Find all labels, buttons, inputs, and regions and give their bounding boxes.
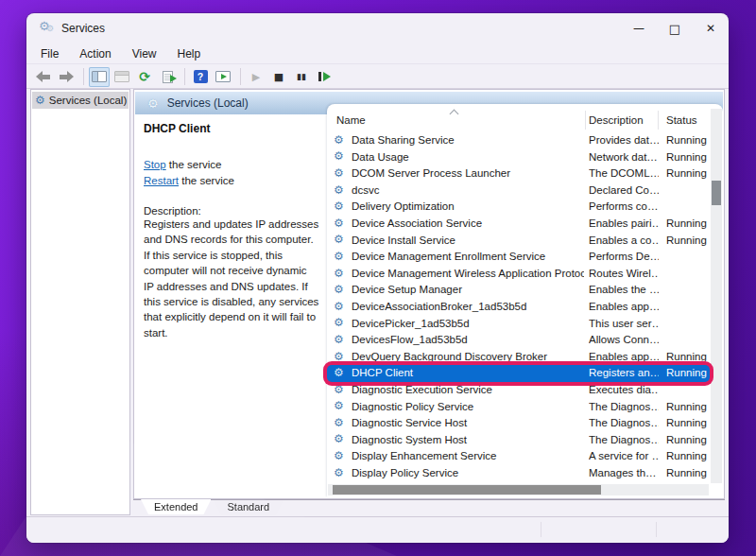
export-list-icon[interactable] [157, 67, 178, 87]
service-status-cell: Running [666, 151, 715, 163]
service-description-cell: Routes Wirel… [589, 268, 659, 279]
toolbar-separator [83, 68, 84, 85]
column-divider [585, 111, 586, 130]
close-button[interactable]: ✕ [693, 13, 729, 43]
service-name-cell: DCOM Server Process Launcher [352, 167, 584, 179]
service-status-cell: Running [666, 217, 715, 229]
service-row[interactable]: ⚙DHCP ClientRegisters an…Running [327, 365, 710, 382]
service-row[interactable]: ⚙Diagnostic System HostThe Diagnos…Runni… [327, 432, 710, 449]
status-bar-divider [656, 522, 657, 537]
column-header-description[interactable]: Description [589, 114, 644, 126]
pause-service-icon[interactable]: ▮▮ [291, 67, 312, 87]
service-gear-icon: ⚙ [334, 151, 344, 163]
service-row[interactable]: ⚙Device Management Wireless Application … [327, 266, 710, 283]
service-row[interactable]: ⚙Data UsageNetwork dat…Running [327, 149, 710, 166]
service-gear-icon: ⚙ [334, 368, 344, 379]
forward-icon[interactable] [56, 67, 77, 87]
service-gear-icon: ⚙ [334, 384, 344, 395]
service-gear-icon: ⚙ [35, 95, 45, 106]
tab-standard[interactable]: Standard [214, 500, 283, 515]
service-gear-icon: ⚙ [334, 235, 344, 246]
service-name-cell: Device Management Enrollment Service [352, 251, 584, 262]
restart-service-link[interactable]: Restart [144, 175, 179, 186]
properties-icon[interactable] [112, 67, 132, 87]
back-icon[interactable] [33, 67, 54, 87]
service-row[interactable]: ⚙DCOM Server Process LauncherThe DCOML…R… [327, 165, 710, 182]
tree-item-services-local[interactable]: ⚙ Services (Local) [32, 92, 129, 109]
menu-action[interactable]: Action [71, 45, 119, 62]
help-icon[interactable]: ? [190, 67, 211, 87]
service-status-cell: Running [666, 167, 715, 179]
title-bar[interactable]: ⚙⚙ Services — □ ✕ [26, 13, 729, 43]
stop-service-icon[interactable]: ■ [268, 67, 289, 87]
service-row[interactable]: ⚙Device Management Enrollment ServicePer… [327, 249, 710, 266]
service-detail-pane: DHCP Client Stop the service Restart the… [135, 115, 324, 497]
start-service-icon[interactable]: ▶ [246, 67, 266, 87]
sort-ascending-icon [450, 110, 459, 119]
stop-service-link[interactable]: Stop [144, 159, 166, 170]
service-name-cell: Display Policy Service [352, 467, 584, 478]
service-name-cell: DevQuery Background Discovery Broker [352, 351, 584, 362]
service-name-cell: DHCP Client [352, 367, 584, 378]
tree-item-label: Services (Local) [49, 95, 127, 106]
service-name-cell: Data Usage [352, 151, 584, 163]
column-header-name[interactable]: Name [336, 114, 366, 126]
menu-file[interactable]: File [32, 45, 67, 62]
service-row[interactable]: ⚙Display Enhancement ServiceA service fo… [327, 448, 710, 465]
minimize-button[interactable]: — [621, 13, 657, 43]
show-action-pane-icon[interactable] [213, 67, 233, 87]
service-row[interactable]: ⚙dcsvcDeclared Co… [327, 182, 710, 200]
service-row[interactable]: ⚙Device Install ServiceEnables a co…Runn… [327, 233, 710, 250]
description-label: Description: [144, 205, 317, 217]
service-row[interactable]: ⚙Device Association ServiceEnables pairi… [327, 216, 710, 233]
service-gear-icon: ⚙ [334, 318, 344, 329]
service-status-cell: Running [666, 417, 715, 428]
tab-extended[interactable]: Extended [141, 499, 211, 514]
stop-suffix: the service [166, 159, 222, 170]
service-row[interactable]: ⚙Display Policy ServiceManages th…Runnin… [327, 465, 710, 482]
service-gear-icon: ⚙ [334, 301, 344, 312]
vertical-scrollbar[interactable] [711, 109, 722, 483]
status-bar [26, 516, 729, 543]
column-header-status[interactable]: Status [666, 114, 697, 126]
service-name-cell: Diagnostic Execution Service [352, 384, 584, 395]
toolbar: ⟳?▶■▮▮ [26, 65, 729, 89]
refresh-icon[interactable]: ⟳ [134, 67, 155, 87]
service-status-cell: Running [666, 434, 715, 445]
panel-header-label: Services (Local) [167, 96, 249, 110]
vertical-scrollbar-thumb[interactable] [712, 181, 721, 205]
service-gear-icon: ⚙ [334, 134, 344, 146]
service-status-cell: Running [666, 235, 715, 246]
service-name-cell: dcsvc [352, 184, 584, 196]
horizontal-scrollbar-thumb[interactable] [333, 485, 601, 495]
service-row[interactable]: ⚙DevicesFlow_1ad53b5dAllows Conn… [327, 332, 710, 349]
service-gear-icon: ⚙ [147, 96, 159, 111]
window-title: Services [61, 22, 105, 35]
service-name-cell: Display Enhancement Service [352, 450, 584, 461]
service-row[interactable]: ⚙Diagnostic Service HostThe Diagnos…Runn… [327, 415, 710, 432]
service-row[interactable]: ⚙Diagnostic Policy ServiceThe Diagnos…Ru… [327, 399, 710, 416]
service-row[interactable]: ⚙DevicePicker_1ad53b5dThis user ser… [327, 316, 710, 333]
service-name-cell: Diagnostic Service Host [352, 417, 584, 428]
service-gear-icon: ⚙ [334, 334, 344, 345]
tab-strip: ExtendedStandard [133, 499, 725, 515]
menu-help[interactable]: Help [169, 45, 210, 62]
service-row[interactable]: ⚙DevQuery Background Discovery BrokerEna… [327, 349, 710, 366]
service-row[interactable]: ⚙Data Sharing ServiceProvides dat…Runnin… [327, 132, 710, 149]
service-name-cell: Delivery Optimization [352, 200, 584, 212]
service-row[interactable]: ⚙DeviceAssociationBroker_1ad53b5dEnables… [327, 299, 710, 316]
maximize-button[interactable]: □ [657, 13, 693, 43]
service-description-cell: A service for … [589, 450, 659, 461]
service-gear-icon: ⚙ [334, 167, 344, 179]
restart-service-icon[interactable] [314, 67, 335, 87]
service-row[interactable]: ⚙Device Setup ManagerEnables the … [327, 282, 710, 299]
service-row[interactable]: ⚙Delivery OptimizationPerforms co… [327, 199, 710, 216]
menu-view[interactable]: View [124, 45, 165, 62]
service-description-cell: Enables app… [589, 301, 659, 312]
service-row[interactable]: ⚙Diagnostic Execution ServiceExecutes di… [327, 382, 710, 399]
service-description-cell: The Diagnos… [589, 434, 659, 445]
service-status-cell: Running [666, 450, 715, 461]
horizontal-scrollbar[interactable] [328, 484, 709, 495]
show-console-tree-icon[interactable] [89, 67, 110, 87]
content-area: ⚙ Services (Local) ⚙ Services (Local) DH… [30, 89, 725, 515]
